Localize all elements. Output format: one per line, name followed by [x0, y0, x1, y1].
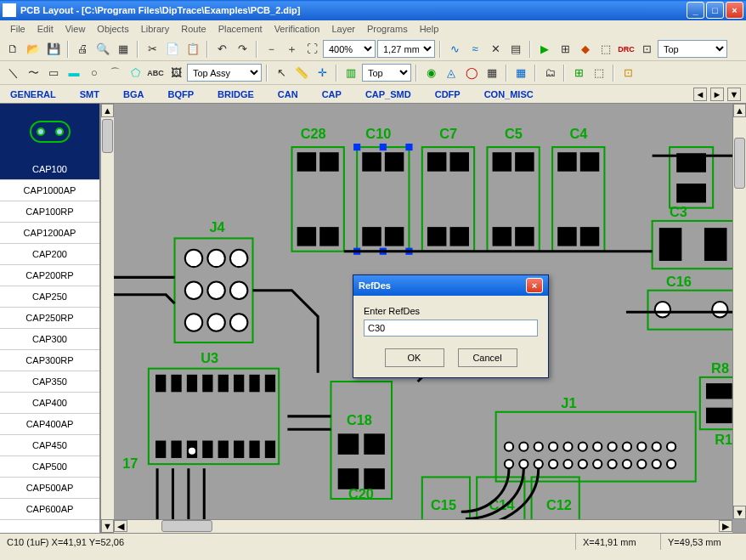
- via-icon[interactable]: ◬: [442, 64, 461, 82]
- scroll-thumb[interactable]: [102, 119, 113, 153]
- placement-icon[interactable]: ⊞: [556, 40, 574, 59]
- list-item[interactable]: CAP400AP: [0, 414, 99, 435]
- backannotate-icon[interactable]: ⬚: [596, 40, 615, 59]
- cut-icon[interactable]: ✂: [143, 40, 161, 59]
- tab-general[interactable]: GENERAL: [10, 89, 56, 99]
- tabs-scroll-left-icon[interactable]: ◄: [693, 88, 707, 101]
- print-icon[interactable]: 🖨: [73, 40, 92, 59]
- layer2-select[interactable]: Top: [362, 64, 411, 82]
- menu-route[interactable]: Route: [176, 22, 211, 36]
- scroll-up-icon[interactable]: ▲: [101, 104, 114, 117]
- zoom-select[interactable]: 400%: [323, 40, 376, 58]
- table-icon[interactable]: ▦: [511, 64, 530, 82]
- list-item[interactable]: CAP250: [0, 286, 99, 308]
- scroll-down-icon[interactable]: ▼: [733, 506, 746, 519]
- unroute-icon[interactable]: ✕: [486, 40, 505, 59]
- menu-library[interactable]: Library: [136, 22, 175, 36]
- list-item[interactable]: CAP100: [0, 159, 99, 180]
- poly-icon[interactable]: ⬠: [126, 64, 144, 82]
- tab-can[interactable]: CAN: [278, 89, 298, 99]
- preview-icon[interactable]: 🔍: [93, 40, 112, 59]
- zoomout-icon[interactable]: －: [262, 40, 280, 59]
- text-icon[interactable]: ABC: [146, 64, 165, 82]
- scroll-right-icon[interactable]: ▶: [719, 520, 732, 532]
- tabs-scroll-right-icon[interactable]: ►: [710, 88, 724, 101]
- menu-layer[interactable]: Layer: [326, 22, 360, 36]
- list-item[interactable]: CAP1000AP: [0, 180, 99, 201]
- tab-bga[interactable]: BGA: [123, 89, 144, 99]
- 3d-icon[interactable]: ⬚: [590, 64, 608, 82]
- paste-icon[interactable]: 📋: [184, 40, 202, 59]
- dialog-close-icon[interactable]: ×: [526, 278, 543, 293]
- tabs-dropdown-icon[interactable]: ▼: [727, 88, 741, 101]
- tab-bqfp[interactable]: BQFP: [167, 89, 194, 99]
- tab-con-misc[interactable]: CON_MISC: [484, 89, 534, 99]
- menu-view[interactable]: View: [60, 22, 91, 36]
- redo-icon[interactable]: ↷: [233, 40, 251, 59]
- canvas-hscroll[interactable]: ◀▶: [114, 519, 732, 533]
- ellipse-icon[interactable]: ○: [85, 64, 104, 82]
- net-icon[interactable]: ▤: [506, 40, 525, 59]
- titleblock-icon[interactable]: ▦: [114, 40, 133, 59]
- tab-smt[interactable]: SMT: [80, 89, 99, 99]
- menu-edit[interactable]: Edit: [32, 22, 59, 36]
- list-item[interactable]: CAP100RP: [0, 201, 99, 223]
- refdes-input[interactable]: [364, 320, 538, 337]
- component-icon[interactable]: ▥: [342, 64, 360, 82]
- zoomwin-icon[interactable]: ⛶: [302, 40, 321, 59]
- list-item[interactable]: CAP400: [0, 393, 99, 414]
- undo-icon[interactable]: ↶: [212, 40, 231, 59]
- assy-select[interactable]: Top Assy: [187, 64, 262, 82]
- tab-bridge[interactable]: BRIDGE: [218, 89, 254, 99]
- pattern-icon[interactable]: ⊡: [619, 64, 637, 82]
- pointer-icon[interactable]: ↖: [272, 64, 291, 82]
- run-icon[interactable]: ▶: [535, 40, 554, 59]
- maximize-button[interactable]: □: [706, 2, 724, 19]
- sidebar-scrollbar[interactable]: ▲ ▼: [100, 104, 114, 533]
- route2-icon[interactable]: ≈: [466, 40, 484, 59]
- save-icon[interactable]: 💾: [44, 40, 63, 59]
- mounthole-icon[interactable]: ◯: [462, 64, 481, 82]
- picture-icon[interactable]: 🖼: [167, 64, 185, 82]
- origin-icon[interactable]: ✛: [313, 64, 331, 82]
- zoomin-icon[interactable]: ＋: [282, 40, 301, 59]
- list-item[interactable]: CAP600AP: [0, 499, 99, 520]
- scroll-left-icon[interactable]: ◀: [114, 520, 127, 532]
- scroll-thumb[interactable]: [734, 138, 745, 189]
- cancel-button[interactable]: Cancel: [458, 348, 517, 367]
- list-item[interactable]: CAP500AP: [0, 478, 99, 499]
- list-item[interactable]: CAP250RP: [0, 308, 99, 329]
- design-mgr-icon[interactable]: ⊞: [569, 64, 588, 82]
- drc-icon[interactable]: DRC: [617, 40, 636, 59]
- list-item[interactable]: CAP300RP: [0, 350, 99, 371]
- list-item[interactable]: CAP200: [0, 244, 99, 265]
- list-item[interactable]: CAP350: [0, 371, 99, 393]
- canvas-vscroll[interactable]: ▲ ▼: [732, 104, 746, 519]
- menu-programs[interactable]: Programs: [362, 22, 413, 36]
- renew-icon[interactable]: ◆: [576, 40, 595, 59]
- tab-cap-smd[interactable]: CAP_SMD: [365, 89, 411, 99]
- list-item[interactable]: CAP500: [0, 456, 99, 478]
- menu-file[interactable]: File: [5, 22, 31, 36]
- ok-button[interactable]: OK: [385, 348, 444, 367]
- list-item[interactable]: CAP200RP: [0, 265, 99, 286]
- tab-cap[interactable]: CAP: [322, 89, 342, 99]
- menu-help[interactable]: Help: [415, 22, 444, 36]
- open-icon[interactable]: 📂: [24, 40, 42, 59]
- scroll-up-icon[interactable]: ▲: [733, 104, 746, 117]
- tab-cdfp[interactable]: CDFP: [435, 89, 461, 99]
- scroll-thumb[interactable]: [161, 520, 212, 532]
- new-icon[interactable]: 🗋: [3, 40, 22, 59]
- list-item[interactable]: CAP300: [0, 329, 99, 350]
- active-layer-select[interactable]: Top: [658, 40, 727, 58]
- menu-objects[interactable]: Objects: [92, 22, 133, 36]
- grid-select[interactable]: 1,27 mm: [377, 40, 435, 58]
- copperpour-icon[interactable]: ▦: [483, 64, 501, 82]
- list-item[interactable]: CAP450: [0, 435, 99, 456]
- padhole-icon[interactable]: ◉: [421, 64, 440, 82]
- measure-icon[interactable]: 📏: [292, 64, 311, 82]
- copy-icon[interactable]: 📄: [163, 40, 182, 59]
- fillrect-icon[interactable]: ▬: [65, 64, 83, 82]
- scroll-down-icon[interactable]: ▼: [101, 519, 114, 533]
- rect-icon[interactable]: ▭: [44, 64, 63, 82]
